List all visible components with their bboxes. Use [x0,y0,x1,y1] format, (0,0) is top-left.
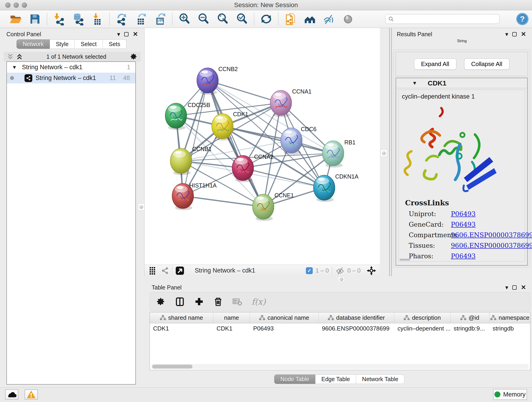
minimize-window-icon[interactable] [13,2,19,8]
network-node[interactable]: CDKN1A [313,173,359,202]
table-cell[interactable]: stringdb [489,325,530,332]
vertical-splitter[interactable] [380,28,391,276]
refresh-button[interactable] [257,12,276,26]
function-builder-button[interactable]: f(x) [252,297,266,306]
hide-glyphs-button[interactable] [319,12,338,26]
delete-column-icon[interactable] [213,297,223,307]
network-collection-row[interactable]: ▼ String Network – cdk1 1 [7,62,135,73]
close-panel-icon[interactable]: ✕ [133,31,138,38]
network-row-selected[interactable]: String Network – cdk1 11 48 [7,73,135,83]
table-cell[interactable]: cyclin–dependent ... [394,325,450,332]
gear-icon[interactable] [130,53,138,61]
column-header-database-identifier[interactable]: database identifier [319,313,394,323]
close-panel-icon[interactable]: ✕ [521,284,526,291]
zoom-selected-button[interactable] [232,12,252,26]
column-header-canonical-name[interactable]: canonical name [250,313,319,323]
collapse-all-icon[interactable] [7,53,14,60]
table-cell[interactable]: P06493 [250,325,319,332]
search-input[interactable] [394,16,493,22]
table-row[interactable]: CDK1CDK1P064939606.ENSP00000378699cyclin… [150,323,530,333]
network-node[interactable]: HIST1H1A [172,182,217,210]
table-cell[interactable]: stringdb:9... [450,325,489,332]
panel-menu-icon[interactable]: ▾ [505,31,508,38]
close-panel-icon[interactable]: ✕ [521,31,526,38]
home-networks-button[interactable] [300,12,319,26]
mid-splitter-handle[interactable] [338,277,345,282]
close-window-icon[interactable] [5,2,11,8]
save-session-button[interactable] [25,12,44,26]
network-node[interactable]: CDC25B [165,102,210,130]
crosslink-link[interactable]: P06493 [451,252,476,260]
help-button[interactable]: ? [513,12,532,26]
panel-menu-icon[interactable]: ▾ [505,284,508,291]
string-document-button[interactable] [281,12,300,26]
glass-ball-button[interactable] [338,12,358,26]
export-image-button[interactable] [151,12,170,26]
export-table-button[interactable] [131,12,151,26]
tab-style[interactable]: Style [50,39,75,49]
float-panel-icon[interactable] [512,32,517,36]
table-cell[interactable]: CDK1 [213,325,250,332]
column-header-shared-name[interactable]: shared name [150,313,213,323]
crosslink-link[interactable]: P06493 [451,221,476,228]
hidden-eye-icon[interactable] [336,266,345,275]
selected-checkbox-icon[interactable]: ✓ [306,267,313,274]
entry-expanded-icon[interactable]: ▼ [412,80,417,86]
memory-button[interactable]: Memory [493,389,527,400]
tab-select[interactable]: Select [75,39,103,49]
warning-status-button[interactable] [25,389,38,400]
show-columns-icon[interactable] [175,296,185,307]
maximize-window-icon[interactable] [22,2,27,8]
expand-all-button[interactable]: Expand All [414,58,456,70]
expand-all-icon[interactable] [16,53,23,60]
column-header-name[interactable]: name [213,313,250,323]
import-table-file-button[interactable] [88,12,107,26]
results-scrollbar[interactable] [399,259,410,261]
horizontal-splitter[interactable] [144,276,532,282]
results-scroll-area[interactable]: ▼ CDK1 cyclin–dependent kinase 1 [396,78,528,266]
open-session-button[interactable] [6,12,25,26]
node-table[interactable]: shared namenamecanonical namedatabase id… [150,312,530,370]
float-panel-icon[interactable] [124,32,128,36]
import-network-database-button[interactable] [69,12,88,26]
network-canvas[interactable]: CCNB2CCNA1CDC25BCDK1CDC6RB1CCNB1CCNA2CDK… [144,28,380,265]
crosslink-link[interactable]: 9606.ENSP00000378699 [451,231,532,239]
left-splitter-handle[interactable] [138,204,144,211]
table-settings-gear-icon[interactable] [156,297,165,306]
tree-expanded-icon[interactable]: ▼ [12,64,17,70]
tab-edge-table[interactable]: Edge Table [315,375,356,384]
network-node[interactable]: CCNE1 [253,192,294,221]
table-scrollbar-handle[interactable] [152,365,192,369]
grid-icon[interactable] [149,267,157,275]
column-header-description[interactable]: description [394,313,450,323]
network-node[interactable]: CCNB1 [170,146,212,175]
column-header-namespace[interactable]: namespace [489,313,530,323]
column-header--id[interactable]: @id [450,313,489,323]
crosslink-link[interactable]: P06493 [451,210,476,218]
export-network-button[interactable] [112,12,131,26]
panel-menu-icon[interactable]: ▾ [117,31,120,38]
table-cell[interactable]: 9606.ENSP00000378699 [319,325,394,332]
tab-string[interactable]: String [457,39,467,43]
collapse-all-button[interactable]: Collapse All [464,58,510,70]
zoom-out-button[interactable] [194,12,213,26]
crosslink-link[interactable]: 9606.ENSP00000378699 [451,242,532,249]
zoom-in-button[interactable] [175,12,194,26]
zoom-fit-button[interactable] [213,12,232,26]
tab-network[interactable]: Network [17,39,50,49]
delete-table-icon[interactable] [232,297,242,306]
network-node[interactable]: RB1 [322,139,355,167]
import-network-file-button[interactable] [50,12,69,26]
toolbar-search[interactable] [385,14,500,24]
tab-node-table[interactable]: Node Table [274,375,316,384]
tab-sets[interactable]: Sets [103,39,127,49]
birdseye-icon[interactable] [176,266,184,275]
share-view-icon[interactable] [161,267,169,274]
network-node[interactable]: CCNB2 [197,66,238,95]
right-splitter-handle[interactable] [381,150,387,157]
move-icon[interactable] [367,266,376,275]
add-column-icon[interactable] [194,297,204,306]
node-entry-header[interactable]: ▼ CDK1 [396,78,527,88]
cloud-status-button[interactable] [5,389,18,400]
float-panel-icon[interactable] [512,285,517,290]
